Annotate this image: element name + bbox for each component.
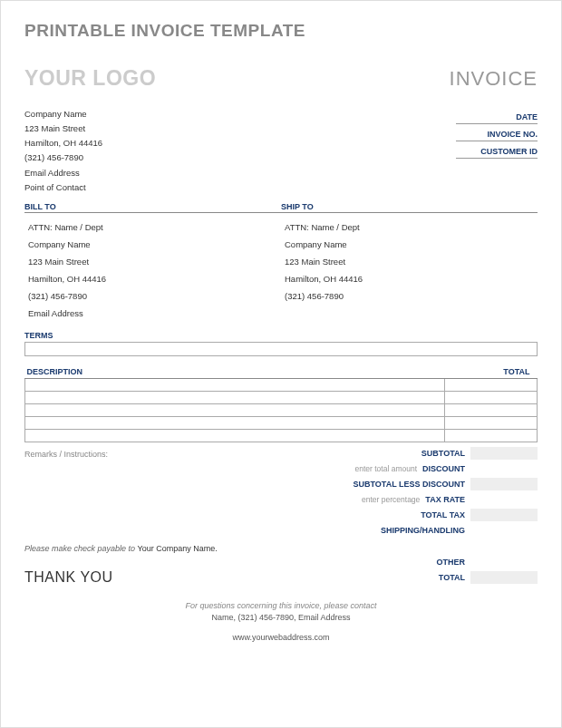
ship-to-phone: (321) 456-7890 — [285, 287, 538, 305]
bill-to-company: Company Name — [28, 236, 281, 253]
company-meta-row: Company Name 123 Main Street Hamilton, O… — [24, 107, 538, 195]
meta-date-label: DATE — [456, 107, 538, 124]
terms-header: TERMS — [24, 331, 538, 340]
taxrate-field[interactable] — [470, 493, 538, 506]
total-header: TOTAL — [445, 365, 538, 379]
ship-to-column: SHIP TO ATTN: Name / Dept Company Name 1… — [281, 202, 538, 322]
meta-invoice-no-label: INVOICE NO. — [456, 124, 538, 141]
grand-total-field[interactable] — [470, 571, 538, 584]
table-row[interactable] — [25, 403, 538, 416]
bill-to-street: 123 Main Street — [28, 253, 281, 270]
taxrate-label: TAX RATE — [425, 495, 469, 504]
subtotal-less-label: SUBTOTAL LESS DISCOUNT — [353, 480, 469, 489]
footer-contact: Name, (321) 456-7890, Email Address — [24, 612, 538, 625]
shipping-label: SHIPPING/HANDLING — [381, 526, 469, 535]
footer-web: www.yourwebaddress.com — [24, 632, 538, 645]
invoice-meta-block: DATE INVOICE NO. CUSTOMER ID — [456, 107, 538, 195]
footer-question: For questions concerning this invoice, p… — [24, 600, 538, 613]
discount-hint: enter total amount — [354, 464, 417, 473]
company-poc: Point of Contact — [24, 180, 102, 195]
shipping-field[interactable] — [470, 524, 538, 537]
description-header: DESCRIPTION — [25, 365, 445, 379]
ship-to-company: Company Name — [285, 236, 538, 253]
bill-to-header: BILL TO — [24, 202, 281, 213]
page-title: PRINTABLE INVOICE TEMPLATE — [24, 21, 538, 41]
grand-total-label: TOTAL — [439, 573, 469, 582]
subtotal-less-field[interactable] — [470, 478, 538, 490]
footer: For questions concerning this invoice, p… — [24, 600, 538, 645]
lower-section: Remarks / Instructions: SUBTOTAL enter t… — [24, 446, 538, 539]
meta-customer-id-label: CUSTOMER ID — [456, 141, 538, 159]
discount-label: DISCOUNT — [422, 464, 469, 473]
totaltax-label: TOTAL TAX — [421, 510, 469, 519]
address-section: BILL TO ATTN: Name / Dept Company Name 1… — [24, 202, 538, 322]
table-row[interactable] — [25, 416, 538, 429]
other-label: OTHER — [437, 558, 470, 567]
table-row[interactable] — [25, 429, 538, 442]
company-email: Email Address — [24, 166, 102, 180]
ship-to-header: SHIP TO — [281, 202, 538, 213]
line-items-table: DESCRIPTION TOTAL — [24, 365, 538, 442]
company-phone: (321) 456-7890 — [24, 150, 102, 165]
other-field[interactable] — [470, 556, 538, 568]
bill-to-column: BILL TO ATTN: Name / Dept Company Name 1… — [24, 202, 281, 322]
company-name: Company Name — [24, 107, 102, 121]
invoice-heading: INVOICE — [450, 67, 538, 91]
bill-to-email: Email Address — [28, 305, 281, 322]
payable-company: Your Company Name. — [138, 544, 218, 553]
taxrate-hint: enter percentage — [362, 495, 420, 504]
logo-placeholder: YOUR LOGO — [24, 66, 156, 91]
table-row[interactable] — [25, 378, 538, 391]
terms-input-box[interactable] — [24, 342, 538, 356]
table-row[interactable] — [25, 391, 538, 403]
payable-line: Please make check payable to Your Compan… — [24, 544, 538, 553]
remarks-label: Remarks / Instructions: — [24, 446, 302, 539]
company-street: 123 Main Street — [24, 121, 102, 136]
company-block: Company Name 123 Main Street Hamilton, O… — [24, 107, 102, 195]
bill-to-phone: (321) 456-7890 — [28, 287, 281, 305]
subtotal-label: SUBTOTAL — [422, 449, 469, 458]
ship-to-city: Hamilton, OH 44416 — [285, 270, 538, 287]
header-row: YOUR LOGO INVOICE — [24, 66, 538, 91]
bottom-row: THANK YOU OTHER TOTAL — [24, 555, 538, 586]
company-city: Hamilton, OH 44416 — [24, 136, 102, 150]
bill-to-attn: ATTN: Name / Dept — [28, 218, 281, 236]
payable-prefix: Please make check payable to — [24, 544, 135, 553]
ship-to-street: 123 Main Street — [285, 253, 538, 270]
totals-column: SUBTOTAL enter total amountDISCOUNT SUBT… — [302, 446, 538, 539]
subtotal-field[interactable] — [470, 447, 538, 460]
bill-to-city: Hamilton, OH 44416 — [28, 270, 281, 287]
totaltax-field[interactable] — [470, 509, 538, 521]
ship-to-attn: ATTN: Name / Dept — [285, 218, 538, 236]
discount-field[interactable] — [470, 462, 538, 475]
thank-you: THANK YOU — [24, 569, 113, 586]
